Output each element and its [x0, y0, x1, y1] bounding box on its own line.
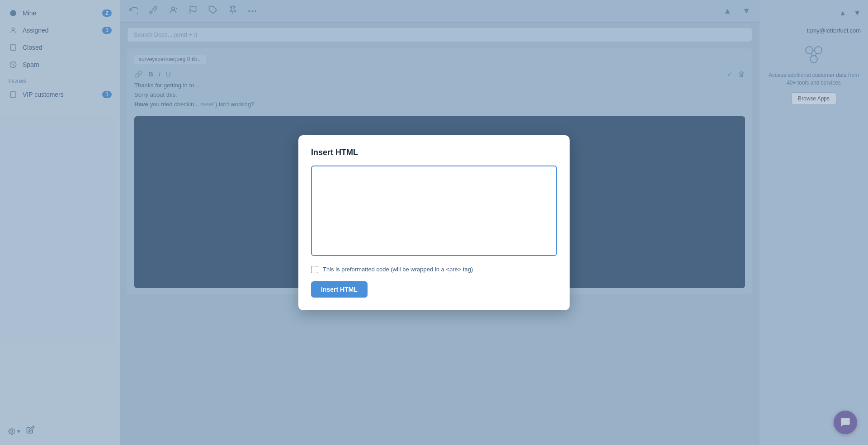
insert-html-modal: Insert HTML This is preformatted code (w…	[298, 135, 570, 310]
insert-html-button[interactable]: Insert HTML	[311, 281, 368, 298]
preformatted-row: This is preformatted code (will be wrapp…	[311, 266, 557, 273]
modal-title: Insert HTML	[311, 148, 557, 157]
html-input-textarea[interactable]	[311, 166, 557, 256]
modal-overlay: Insert HTML This is preformatted code (w…	[0, 0, 868, 445]
app-layout: Mine 2 Assigned 1 Closed Spam TEAMS	[0, 0, 868, 445]
preformatted-label: This is preformatted code (will be wrapp…	[323, 266, 473, 273]
preformatted-checkbox[interactable]	[311, 266, 318, 273]
